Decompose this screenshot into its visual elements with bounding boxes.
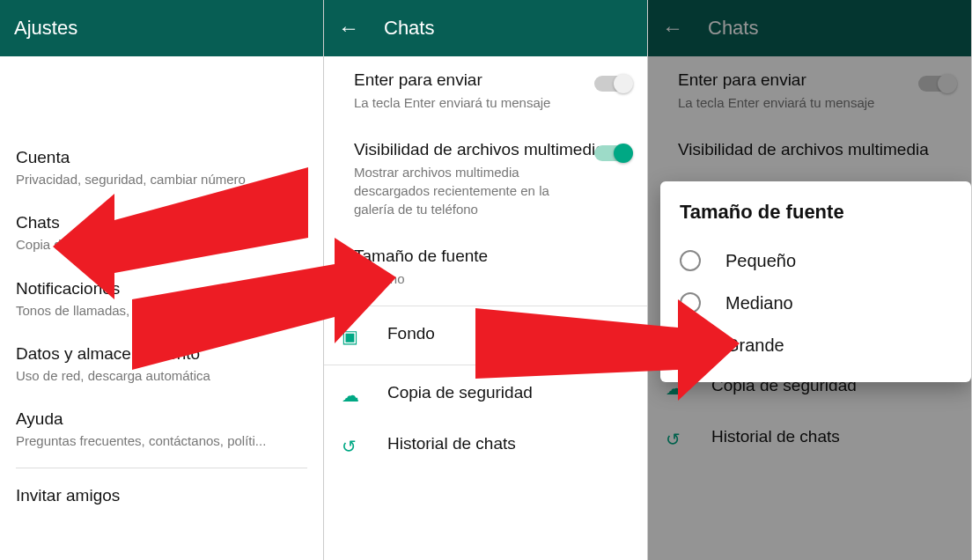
header-title: Ajustes [14, 17, 77, 40]
row-sub: La tecla Enter enviará tu mensaje [354, 93, 583, 112]
row-sub: Mostrar archivos multimedia descargados … [354, 163, 583, 218]
header-ajustes: Ajustes [0, 0, 323, 56]
option-label: Pequeño [725, 251, 796, 271]
history-icon: ↺ [342, 436, 357, 457]
spacer [0, 56, 323, 136]
svg-marker-2 [475, 299, 740, 401]
row-title: Visibilidad de archivos multimedia [354, 140, 630, 159]
annotation-arrow-2 [132, 238, 396, 387]
toggle-media[interactable] [594, 145, 631, 161]
header-title: Chats [384, 17, 434, 40]
screen-fontsize-dialog: ← Chats Enter para enviar La tecla Enter… [648, 0, 972, 560]
svg-marker-1 [132, 238, 396, 370]
row-enter-to-send[interactable]: Enter para enviar La tecla Enter enviará… [324, 56, 647, 126]
cloud-upload-icon: ☁ [342, 385, 359, 406]
row-title: Enter para enviar [354, 70, 630, 90]
dialog-title: Tamaño de fuente [680, 201, 952, 224]
header-chats: ← Chats [324, 0, 647, 56]
radio-icon [680, 250, 701, 271]
divider [16, 468, 307, 468]
toggle-enter[interactable] [594, 76, 631, 92]
row-sub: Preguntas frecuentes, contáctanos, polít… [16, 432, 307, 450]
row-media-visibility[interactable]: Visibilidad de archivos multimedia Mostr… [324, 126, 647, 232]
row-title: Historial de chats [387, 434, 630, 453]
option-pequeno[interactable]: Pequeño [680, 239, 952, 282]
row-title: Ayuda [16, 409, 307, 429]
row-ayuda[interactable]: Ayuda Preguntas frecuentes, contáctanos,… [0, 397, 323, 462]
back-icon[interactable]: ← [338, 16, 359, 41]
row-invitar[interactable]: Invitar amigos [0, 474, 323, 521]
row-title: Invitar amigos [16, 486, 307, 505]
annotation-arrow-3 [475, 282, 740, 431]
